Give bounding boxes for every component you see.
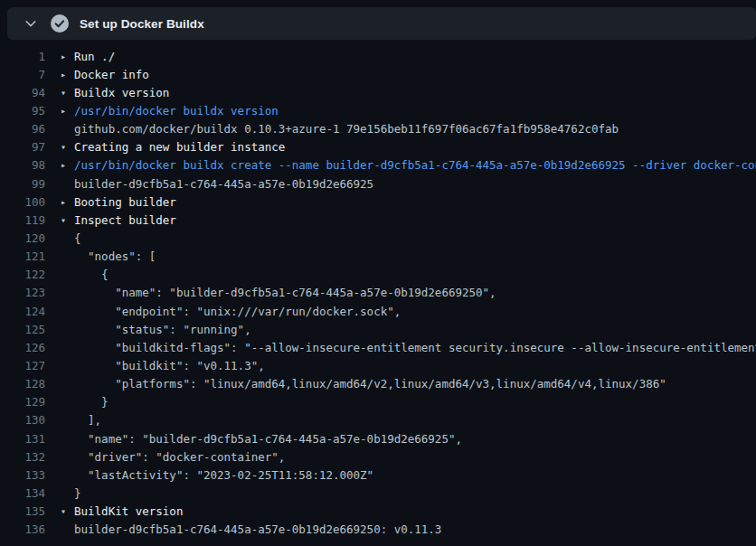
line-number[interactable]: 136: [0, 522, 45, 536]
log-text: github.com/docker/buildx 0.10.3+azure-1 …: [74, 122, 619, 136]
step-title: Set up Docker Buildx: [80, 17, 204, 31]
line-number[interactable]: 100: [0, 195, 45, 209]
line-number[interactable]: 132: [0, 450, 45, 464]
line-number[interactable]: 135: [0, 504, 45, 518]
log-text: "driver": "docker-container",: [74, 450, 285, 464]
line-number[interactable]: 127: [0, 359, 45, 372]
collapse-triangle-icon[interactable]: ▾: [61, 142, 74, 152]
line-number[interactable]: 94: [0, 86, 45, 99]
log-text: "buildkit": "v0.11.3",: [74, 359, 265, 372]
expand-triangle-icon: ▸: [61, 160, 74, 170]
log-row: 121▸ "nodes": [: [0, 248, 756, 266]
log-text: {: [74, 231, 81, 245]
log-row: 126▸ "buildkitd-flags": "--allow-insecur…: [0, 338, 756, 356]
log-row: 129▸ }: [0, 393, 756, 411]
log-group-row[interactable]: 100▸Booting builder: [0, 193, 756, 211]
log-text: "endpoint": "unix:///var/run/docker.sock…: [74, 305, 401, 318]
log-row: 131▸ "name": "builder-d9cfb5a1-c764-445a…: [0, 429, 756, 447]
log-text: Docker info: [74, 68, 149, 81]
step-header[interactable]: Set up Docker Buildx: [7, 7, 756, 40]
line-number[interactable]: 134: [0, 486, 45, 500]
check-circle-icon: [51, 14, 69, 33]
log-text: }: [74, 486, 81, 500]
log-text: "status": "running",: [74, 323, 251, 336]
log-text: BuildKit version: [74, 504, 183, 518]
log-row: 120▸{: [0, 229, 756, 247]
log-text: Booting builder: [74, 195, 176, 209]
line-number[interactable]: 95: [0, 104, 45, 118]
log-group-row[interactable]: 135▾BuildKit version: [0, 503, 756, 521]
line-number[interactable]: 130: [0, 413, 45, 427]
log-text: Buildx version: [74, 86, 169, 99]
log-row: 134▸}: [0, 484, 756, 502]
line-number[interactable]: 126: [0, 341, 45, 354]
expand-triangle-icon: ▸: [61, 106, 74, 116]
log-text: }: [74, 395, 109, 409]
line-number[interactable]: 1: [0, 50, 45, 63]
log-text: /usr/bin/docker buildx version: [74, 104, 279, 118]
line-number[interactable]: 133: [0, 468, 45, 482]
log-row: 128▸ "platforms": "linux/amd64,linux/amd…: [0, 375, 756, 393]
expand-triangle-icon[interactable]: ▸: [61, 197, 74, 207]
log-row: 124▸ "endpoint": "unix:///var/run/docker…: [0, 302, 756, 320]
log-group-row[interactable]: 7▸Docker info: [0, 65, 756, 83]
log-text: ],: [74, 413, 101, 427]
line-number[interactable]: 121: [0, 249, 45, 263]
chevron-down-icon[interactable]: [24, 16, 38, 31]
collapse-triangle-icon[interactable]: ▾: [61, 506, 74, 516]
collapse-triangle-icon[interactable]: ▾: [61, 215, 74, 225]
log-text: Run ./: [74, 50, 115, 63]
line-number[interactable]: 122: [0, 268, 45, 281]
log-row: 98▸/usr/bin/docker buildx create --name …: [0, 156, 756, 174]
log-row: 132▸ "driver": "docker-container",: [0, 447, 756, 466]
log-row: 95▸/usr/bin/docker buildx version: [0, 101, 756, 119]
line-number[interactable]: 123: [0, 286, 45, 299]
collapse-triangle-icon[interactable]: ▾: [61, 88, 74, 98]
line-number[interactable]: 131: [0, 432, 45, 446]
line-number[interactable]: 120: [0, 231, 45, 245]
log-text: "lastActivity": "2023-02-25T11:58:12.000…: [74, 468, 373, 482]
log-text: Inspect builder: [74, 213, 176, 227]
log-text: builder-d9cfb5a1-c764-445a-a57e-0b19d2e6…: [74, 522, 441, 536]
line-number[interactable]: 98: [0, 158, 45, 172]
log-group-row[interactable]: 119▾Inspect builder: [0, 211, 756, 229]
line-number[interactable]: 129: [0, 395, 45, 409]
line-number[interactable]: 96: [0, 122, 45, 136]
log-row: 133▸ "lastActivity": "2023-02-25T11:58:1…: [0, 466, 756, 484]
log-text: /usr/bin/docker buildx create --name bui…: [74, 158, 756, 172]
line-number[interactable]: 7: [0, 68, 45, 81]
log-output: 1▸Run ./7▸Docker info94▾Buildx version95…: [0, 40, 756, 539]
log-group-row[interactable]: 1▸Run ./: [0, 47, 756, 65]
log-text: {: [74, 268, 109, 281]
line-number[interactable]: 99: [0, 177, 45, 191]
log-text: "nodes": [: [74, 249, 156, 263]
log-row: 96▸github.com/docker/buildx 0.10.3+azure…: [0, 120, 756, 138]
log-row: 125▸ "status": "running",: [0, 320, 756, 338]
log-text: "buildkitd-flags": "--allow-insecure-ent…: [74, 341, 756, 354]
line-number[interactable]: 128: [0, 377, 45, 391]
line-number[interactable]: 124: [0, 305, 45, 318]
line-number[interactable]: 125: [0, 323, 45, 336]
log-text: Creating a new builder instance: [74, 140, 285, 154]
expand-triangle-icon[interactable]: ▸: [61, 70, 74, 80]
log-row: 123▸ "name": "builder-d9cfb5a1-c764-445a…: [0, 284, 756, 302]
expand-triangle-icon[interactable]: ▸: [61, 52, 74, 61]
log-row: 127▸ "buildkit": "v0.11.3",: [0, 356, 756, 374]
line-number[interactable]: 119: [0, 213, 45, 227]
log-row: 136▸builder-d9cfb5a1-c764-445a-a57e-0b19…: [0, 521, 756, 539]
log-row: 122▸ {: [0, 266, 756, 284]
log-group-row[interactable]: 97▾Creating a new builder instance: [0, 138, 756, 156]
log-group-row[interactable]: 94▾Buildx version: [0, 83, 756, 101]
log-row: 99▸builder-d9cfb5a1-c764-445a-a57e-0b19d…: [0, 174, 756, 193]
log-text: builder-d9cfb5a1-c764-445a-a57e-0b19d2e6…: [74, 177, 373, 191]
line-number[interactable]: 97: [0, 140, 45, 154]
log-text: "name": "builder-d9cfb5a1-c764-445a-a57e…: [74, 286, 496, 299]
log-text: "name": "builder-d9cfb5a1-c764-445a-a57e…: [74, 432, 462, 446]
log-text: "platforms": "linux/amd64,linux/amd64/v2…: [74, 377, 666, 391]
log-row: 130▸ ],: [0, 411, 756, 429]
